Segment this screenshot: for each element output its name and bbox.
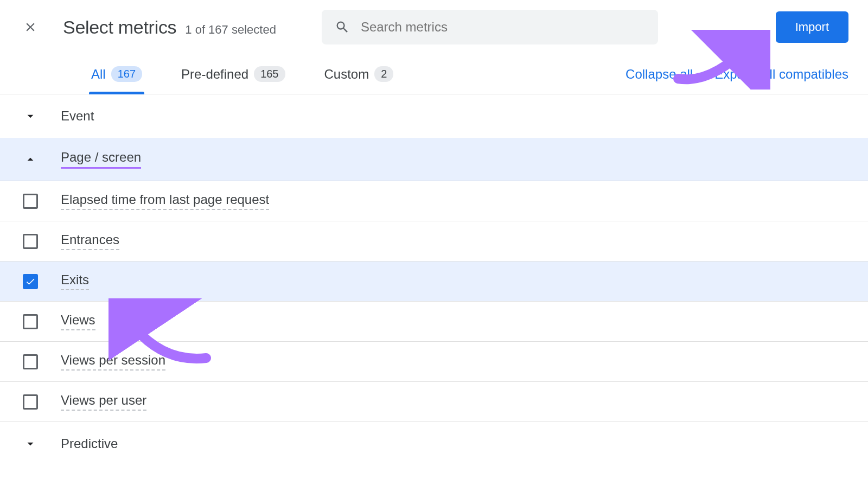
dialog-header: Select metrics 1 of 167 selected Import xyxy=(0,0,868,54)
chevron-down-icon xyxy=(23,436,38,451)
checkbox[interactable] xyxy=(23,234,38,249)
checkbox[interactable] xyxy=(23,194,38,209)
metric-label: Views xyxy=(61,312,95,330)
expand-all-button[interactable]: Expand all compatibles xyxy=(714,67,848,82)
tab-label: Custom xyxy=(324,67,369,82)
tab-all[interactable]: All 167 xyxy=(82,54,151,94)
tab-predefined[interactable]: Pre-defined 165 xyxy=(173,54,293,94)
section-predictive[interactable]: Predictive xyxy=(0,422,868,465)
checkbox[interactable] xyxy=(23,354,38,369)
section-page-screen[interactable]: Page / screen xyxy=(0,138,868,181)
checkbox[interactable] xyxy=(23,314,38,329)
chevron-down-icon xyxy=(23,108,38,124)
close-icon[interactable] xyxy=(22,18,39,36)
search-box[interactable] xyxy=(322,10,658,44)
checkbox[interactable] xyxy=(23,394,38,410)
search-icon xyxy=(335,20,350,35)
selection-count: 1 of 167 selected xyxy=(185,23,276,37)
metric-row[interactable]: Entrances xyxy=(0,221,868,261)
checkbox[interactable] xyxy=(23,274,38,289)
tab-count-badge: 2 xyxy=(374,66,393,82)
metric-label: Exits xyxy=(61,272,89,290)
section-event[interactable]: Event xyxy=(0,94,868,138)
search-input[interactable] xyxy=(361,20,645,35)
tab-label: Pre-defined xyxy=(181,67,248,82)
metric-label: Entrances xyxy=(61,232,119,250)
metric-row[interactable]: Views xyxy=(0,302,868,342)
collapse-all-button[interactable]: Collapse all xyxy=(626,67,693,82)
metric-row[interactable]: Views per session xyxy=(0,342,868,382)
metric-label: Elapsed time from last page request xyxy=(61,192,269,210)
tab-bar: All 167 Pre-defined 165 Custom 2 Collaps… xyxy=(0,54,868,94)
section-label: Predictive xyxy=(61,436,118,451)
tab-label: All xyxy=(91,67,106,82)
section-label: Page / screen xyxy=(61,150,141,169)
tab-custom[interactable]: Custom 2 xyxy=(316,54,403,94)
section-label: Event xyxy=(61,108,94,124)
metric-row[interactable]: Elapsed time from last page request xyxy=(0,181,868,221)
metric-label: Views per user xyxy=(61,393,146,411)
tab-count-badge: 167 xyxy=(111,66,142,82)
tab-count-badge: 165 xyxy=(254,66,285,82)
chevron-up-icon xyxy=(23,152,38,167)
dialog-title: Select metrics xyxy=(63,17,176,38)
metric-label: Views per session xyxy=(61,353,165,371)
metric-row[interactable]: Views per user xyxy=(0,382,868,422)
import-button[interactable]: Import xyxy=(776,11,848,43)
metric-row[interactable]: Exits xyxy=(0,261,868,302)
